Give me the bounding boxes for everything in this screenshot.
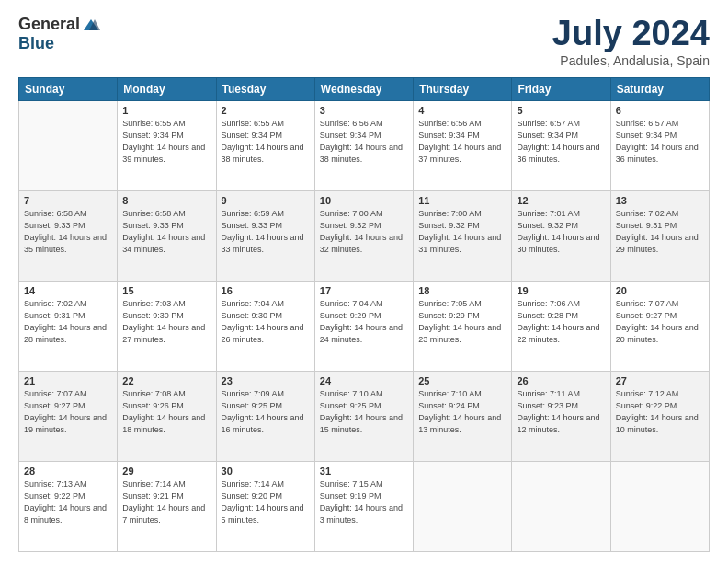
day-info: Sunrise: 7:07 AM Sunset: 9:27 PM Dayligh… [24,388,112,436]
day-number: 27 [616,375,704,386]
day-info: Sunrise: 6:58 AM Sunset: 9:33 PM Dayligh… [122,208,210,256]
day-number: 6 [616,105,704,116]
table-row: 9Sunrise: 6:59 AM Sunset: 9:33 PM Daylig… [216,190,314,281]
table-row: 3Sunrise: 6:56 AM Sunset: 9:34 PM Daylig… [314,100,413,190]
day-number: 3 [320,105,408,116]
day-number: 4 [418,105,506,116]
day-info: Sunrise: 6:56 AM Sunset: 9:34 PM Dayligh… [418,118,506,166]
day-info: Sunrise: 7:00 AM Sunset: 9:32 PM Dayligh… [418,208,506,256]
table-row: 21Sunrise: 7:07 AM Sunset: 9:27 PM Dayli… [19,371,118,461]
day-number: 30 [222,465,310,477]
calendar-table: Sunday Monday Tuesday Wednesday Thursday… [18,77,710,552]
day-number: 1 [122,105,210,116]
table-row: 16Sunrise: 7:04 AM Sunset: 9:30 PM Dayli… [216,281,314,371]
day-number: 29 [122,465,210,477]
day-number: 11 [418,195,506,206]
location: Padules, Andalusia, Spain [552,53,710,68]
day-number: 19 [517,285,605,296]
day-info: Sunrise: 7:02 AM Sunset: 9:31 PM Dayligh… [24,298,112,346]
day-number: 24 [320,375,408,386]
day-info: Sunrise: 7:10 AM Sunset: 9:24 PM Dayligh… [418,388,506,436]
day-info: Sunrise: 6:55 AM Sunset: 9:34 PM Dayligh… [222,118,310,166]
table-row [19,100,118,190]
day-info: Sunrise: 7:02 AM Sunset: 9:31 PM Dayligh… [616,208,704,256]
table-row: 4Sunrise: 6:56 AM Sunset: 9:34 PM Daylig… [414,100,512,190]
day-info: Sunrise: 6:57 AM Sunset: 9:34 PM Dayligh… [517,118,605,166]
calendar-header-row: Sunday Monday Tuesday Wednesday Thursday… [19,77,710,100]
day-info: Sunrise: 7:15 AM Sunset: 9:19 PM Dayligh… [320,478,408,526]
table-row: 23Sunrise: 7:09 AM Sunset: 9:25 PM Dayli… [216,371,314,461]
day-info: Sunrise: 7:14 AM Sunset: 9:21 PM Dayligh… [122,478,210,526]
day-number: 23 [222,375,310,386]
table-row: 2Sunrise: 6:55 AM Sunset: 9:34 PM Daylig… [216,100,314,190]
day-info: Sunrise: 7:04 AM Sunset: 9:29 PM Dayligh… [320,298,408,346]
header: General Blue July 2024 Padules, Andalusi… [18,15,710,68]
table-row: 28Sunrise: 7:13 AM Sunset: 9:22 PM Dayli… [19,461,118,551]
table-row: 18Sunrise: 7:05 AM Sunset: 9:29 PM Dayli… [414,281,512,371]
day-number: 13 [616,195,704,206]
day-info: Sunrise: 6:56 AM Sunset: 9:34 PM Dayligh… [320,118,408,166]
table-row: 29Sunrise: 7:14 AM Sunset: 9:21 PM Dayli… [118,461,216,551]
table-row: 15Sunrise: 7:03 AM Sunset: 9:30 PM Dayli… [118,281,216,371]
day-number: 14 [24,285,112,296]
calendar-week-row: 21Sunrise: 7:07 AM Sunset: 9:27 PM Dayli… [19,371,710,461]
table-row: 14Sunrise: 7:02 AM Sunset: 9:31 PM Dayli… [19,281,118,371]
day-info: Sunrise: 7:01 AM Sunset: 9:32 PM Dayligh… [517,208,605,256]
table-row: 13Sunrise: 7:02 AM Sunset: 9:31 PM Dayli… [610,190,709,281]
day-info: Sunrise: 7:11 AM Sunset: 9:23 PM Dayligh… [517,388,605,436]
day-number: 16 [222,285,310,296]
day-info: Sunrise: 6:57 AM Sunset: 9:34 PM Dayligh… [616,118,704,166]
table-row: 27Sunrise: 7:12 AM Sunset: 9:22 PM Dayli… [610,371,709,461]
day-number: 9 [222,195,310,206]
table-row: 5Sunrise: 6:57 AM Sunset: 9:34 PM Daylig… [512,100,610,190]
day-number: 17 [320,285,408,296]
day-number: 31 [320,465,408,477]
table-row: 17Sunrise: 7:04 AM Sunset: 9:29 PM Dayli… [314,281,413,371]
col-monday: Monday [118,77,216,100]
col-friday: Friday [512,77,610,100]
day-info: Sunrise: 7:05 AM Sunset: 9:29 PM Dayligh… [418,298,506,346]
day-info: Sunrise: 6:59 AM Sunset: 9:33 PM Dayligh… [222,208,310,256]
day-number: 26 [517,375,605,386]
logo: General Blue [18,15,100,53]
day-info: Sunrise: 7:13 AM Sunset: 9:22 PM Dayligh… [24,478,112,526]
day-number: 5 [517,105,605,116]
table-row: 7Sunrise: 6:58 AM Sunset: 9:33 PM Daylig… [19,190,118,281]
logo-blue: Blue [18,34,54,53]
col-saturday: Saturday [610,77,709,100]
day-number: 7 [24,195,112,206]
day-info: Sunrise: 7:07 AM Sunset: 9:27 PM Dayligh… [616,298,704,346]
day-info: Sunrise: 7:00 AM Sunset: 9:32 PM Dayligh… [320,208,408,256]
day-number: 20 [616,285,704,296]
month-title: July 2024 [552,15,710,53]
day-number: 28 [24,465,112,477]
col-sunday: Sunday [19,77,118,100]
logo-general: General [18,15,80,34]
table-row [610,461,709,551]
table-row [414,461,512,551]
day-number: 12 [517,195,605,206]
table-row: 30Sunrise: 7:14 AM Sunset: 9:20 PM Dayli… [216,461,314,551]
col-tuesday: Tuesday [216,77,314,100]
day-info: Sunrise: 6:55 AM Sunset: 9:34 PM Dayligh… [122,118,210,166]
table-row: 25Sunrise: 7:10 AM Sunset: 9:24 PM Dayli… [414,371,512,461]
logo-icon [82,17,100,32]
table-row: 10Sunrise: 7:00 AM Sunset: 9:32 PM Dayli… [314,190,413,281]
table-row: 12Sunrise: 7:01 AM Sunset: 9:32 PM Dayli… [512,190,610,281]
calendar-week-row: 7Sunrise: 6:58 AM Sunset: 9:33 PM Daylig… [19,190,710,281]
table-row: 6Sunrise: 6:57 AM Sunset: 9:34 PM Daylig… [610,100,709,190]
day-number: 8 [122,195,210,206]
table-row: 8Sunrise: 6:58 AM Sunset: 9:33 PM Daylig… [118,190,216,281]
day-number: 10 [320,195,408,206]
table-row: 20Sunrise: 7:07 AM Sunset: 9:27 PM Dayli… [610,281,709,371]
title-block: July 2024 Padules, Andalusia, Spain [552,15,710,68]
day-info: Sunrise: 7:04 AM Sunset: 9:30 PM Dayligh… [222,298,310,346]
day-info: Sunrise: 6:58 AM Sunset: 9:33 PM Dayligh… [24,208,112,256]
table-row: 24Sunrise: 7:10 AM Sunset: 9:25 PM Dayli… [314,371,413,461]
day-info: Sunrise: 7:10 AM Sunset: 9:25 PM Dayligh… [320,388,408,436]
day-info: Sunrise: 7:06 AM Sunset: 9:28 PM Dayligh… [517,298,605,346]
day-number: 25 [418,375,506,386]
page: General Blue July 2024 Padules, Andalusi… [0,0,728,563]
day-info: Sunrise: 7:09 AM Sunset: 9:25 PM Dayligh… [222,388,310,436]
day-number: 21 [24,375,112,386]
